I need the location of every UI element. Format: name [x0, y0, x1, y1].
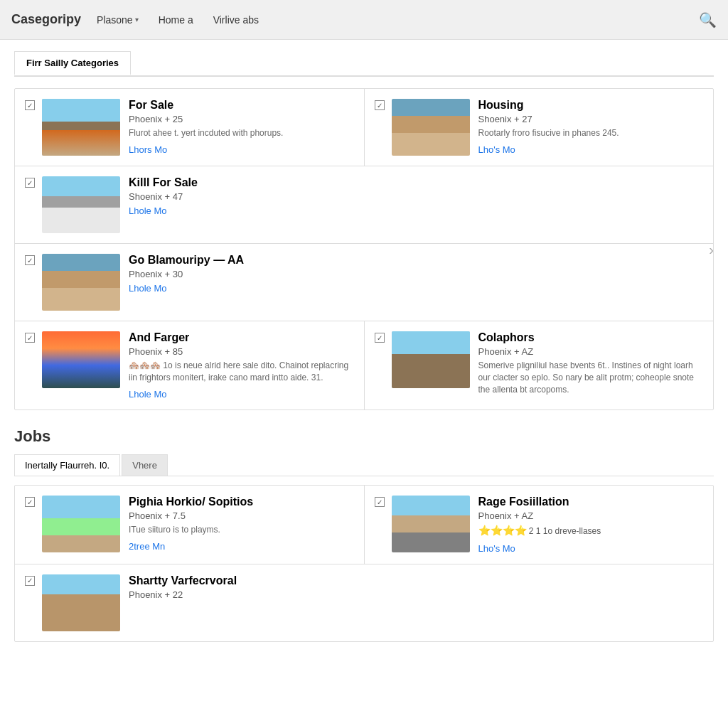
listing-img-pighia	[42, 496, 120, 552]
house-image-4	[42, 254, 120, 311]
palm-image	[392, 331, 470, 388]
listing-cell-pighia: ✓ Pighia Horkio/ Sopitios Phoenix + 7.5 …	[15, 486, 365, 564]
listing-cell-colaphors: ✓ Colaphors Phoenix + AZ Somerive pligni…	[365, 321, 714, 410]
jobs-section-title: Jobs	[14, 427, 714, 446]
checkbox-and-farger[interactable]: ✓	[25, 333, 35, 343]
star-icons: ⭐⭐⭐⭐	[478, 525, 527, 536]
house-image-3	[42, 176, 120, 233]
listing-info-colaphors: Colaphors Phoenix + AZ Somerive plignili…	[478, 331, 704, 400]
listing-subtitle-pighia: Phoenix + 7.5	[129, 510, 354, 521]
listing-cell-rage: ✓ Rage Fosiillation Phoenix + AZ ⭐⭐⭐⭐ 2 …	[365, 486, 714, 564]
listing-info-kill-for-sale: Killl For Sale Shoenix + 47 Lhole Mo	[129, 176, 703, 216]
listing-link-go-blamouripy[interactable]: Lhole Mo	[129, 283, 166, 294]
checkbox-pighia[interactable]: ✓	[25, 497, 35, 507]
checkbox-go-blamouripy[interactable]: ✓	[25, 255, 35, 265]
checkbox-colaphors[interactable]: ✓	[375, 333, 385, 343]
listing-cell-shartty: ✓ Shartty Varfecrvoral Phoenix + 22	[15, 564, 713, 641]
listing-desc-pighia: ITue siituro is to playms.	[129, 524, 354, 536]
checkbox-kill-for-sale[interactable]: ✓	[25, 178, 35, 188]
listing-subtitle-go-blamouripy: Phoenix + 30	[129, 269, 703, 279]
listing-cell-and-farger: ✓ And Farger Phoenix + 85 🏘️🏘️🏘️ 1o is n…	[15, 321, 365, 410]
nav-virlive[interactable]: Virlive abs	[206, 9, 266, 31]
listing-link-kill-for-sale[interactable]: Lhole Mo	[129, 205, 166, 216]
tab-firr-sailly[interactable]: Firr Sailly Categories	[14, 51, 131, 75]
listing-subtitle-and-farger: Phoenix + 85	[129, 346, 354, 357]
listing-link-pighia[interactable]: 2tree Mn	[129, 541, 165, 552]
jobs-listing-grid: ✓ Pighia Horkio/ Sopitios Phoenix + 7.5 …	[14, 485, 714, 642]
listing-title-kill-for-sale: Killl For Sale	[129, 176, 703, 189]
main-content: Firr Sailly Categories ✓ For Sale Phoeni…	[0, 40, 728, 653]
listing-subtitle-shartty: Phoenix + 22	[129, 589, 703, 600]
listing-info-housing: Housing Shoenix + 27 Rootarly froro fisu…	[478, 99, 704, 155]
listing-info-go-blamouripy: Go Blamouripy — AA Phoenix + 30 Lhole Mo	[129, 254, 703, 294]
listing-img-for-sale	[42, 99, 120, 156]
jobs-listing-row-1: ✓ Shartty Varfecrvoral Phoenix + 22	[15, 564, 713, 641]
stars-text: 2 1 1o dreve-llases	[529, 526, 601, 536]
listing-row-1: ✓ Killl For Sale Shoenix + 47 Lhole Mo ›	[15, 166, 713, 244]
categories-listing-grid: ✓ For Sale Phoenix + 25 Flurot ahee t. y…	[14, 88, 714, 410]
listing-stars-rage: ⭐⭐⭐⭐ 2 1 1o dreve-llases	[478, 524, 704, 538]
nav-home-label: Home a	[159, 14, 193, 26]
scroll-right-icon[interactable]: ›	[709, 241, 714, 257]
listing-info-pighia: Pighia Horkio/ Sopitios Phoenix + 7.5 IT…	[129, 496, 354, 552]
sunset-image	[42, 331, 120, 388]
nav-plasone-label: Plasone	[97, 14, 133, 26]
categories-tab-bar: Firr Sailly Categories	[14, 51, 714, 77]
listing-link-rage[interactable]: Lho's Mo	[478, 543, 515, 554]
listing-title-colaphors: Colaphors	[478, 331, 704, 344]
listing-img-go-blamouripy	[42, 254, 120, 311]
listing-img-kill-for-sale	[42, 176, 120, 233]
listing-link-and-farger[interactable]: Lhole Mo	[129, 389, 166, 400]
listing-info-and-farger: And Farger Phoenix + 85 🏘️🏘️🏘️ 1o is neu…	[129, 331, 354, 400]
listing-cell-go-blamouripy: ✓ Go Blamouripy — AA Phoenix + 30 Lhole …	[15, 244, 713, 321]
listing-subtitle-for-sale: Phoenix + 25	[129, 114, 354, 124]
house-image-2	[392, 99, 470, 156]
listing-title-and-farger: And Farger	[129, 331, 354, 344]
house-image-1	[42, 99, 120, 156]
listing-row-2: ✓ Go Blamouripy — AA Phoenix + 30 Lhole …	[15, 244, 713, 321]
nav-virlive-label: Virlive abs	[213, 14, 259, 26]
listing-row-3: ✓ And Farger Phoenix + 85 🏘️🏘️🏘️ 1o is n…	[15, 321, 713, 410]
listing-img-housing	[392, 99, 470, 156]
jobs-image-1	[42, 496, 120, 552]
nav-plasone[interactable]: Plasone ▾	[90, 9, 146, 31]
checkbox-for-sale[interactable]: ✓	[25, 100, 35, 110]
listing-img-rage	[392, 496, 470, 552]
header: Casegoripy Plasone ▾ Home a Virlive abs …	[0, 0, 728, 40]
tab-inertally[interactable]: Inertally Flaurreh. I0.	[14, 454, 120, 476]
listing-title-shartty: Shartty Varfecrvoral	[129, 574, 703, 587]
nav-home[interactable]: Home a	[151, 9, 200, 31]
listing-link-housing[interactable]: Lho's Mo	[478, 144, 515, 155]
jobs-image-2	[392, 496, 470, 552]
listing-desc-for-sale: Flurot ahee t. yert incduted with phorup…	[129, 127, 354, 139]
listing-subtitle-kill-for-sale: Shoenix + 47	[129, 191, 703, 202]
listing-img-shartty	[42, 574, 120, 631]
listing-title-go-blamouripy: Go Blamouripy — AA	[129, 254, 703, 267]
checkbox-housing[interactable]: ✓	[375, 100, 385, 110]
listing-img-and-farger	[42, 331, 120, 388]
listing-title-housing: Housing	[478, 99, 704, 112]
listing-subtitle-rage: Phoenix + AZ	[478, 510, 704, 521]
listing-desc-colaphors: Somerive pligniliul hase bvents 6t.. Ins…	[478, 360, 704, 395]
tab-vhere[interactable]: Vhere	[122, 454, 168, 476]
listing-desc-and-farger: 🏘️🏘️🏘️ 1o is neue alrid here sale dito. …	[129, 360, 354, 384]
listing-row-0: ✓ For Sale Phoenix + 25 Flurot ahee t. y…	[15, 89, 713, 166]
jobs-listing-row-0: ✓ Pighia Horkio/ Sopitios Phoenix + 7.5 …	[15, 486, 713, 564]
chevron-down-icon: ▾	[135, 16, 139, 23]
listing-title-for-sale: For Sale	[129, 99, 354, 112]
brand-logo: Casegoripy	[11, 12, 81, 27]
listing-title-pighia: Pighia Horkio/ Sopitios	[129, 496, 354, 508]
listing-cell-for-sale: ✓ For Sale Phoenix + 25 Flurot ahee t. y…	[15, 89, 365, 166]
checkbox-rage[interactable]: ✓	[375, 497, 385, 507]
listing-desc-housing: Rootarly froro fisucive in phanes 245.	[478, 127, 704, 139]
listing-info-for-sale: For Sale Phoenix + 25 Flurot ahee t. yer…	[129, 99, 354, 155]
listing-cell-kill-for-sale: ✓ Killl For Sale Shoenix + 47 Lhole Mo	[15, 166, 713, 243]
checkbox-shartty[interactable]: ✓	[25, 576, 35, 586]
listing-link-for-sale[interactable]: Lhors Mo	[129, 144, 167, 155]
nav-bar: Casegoripy Plasone ▾ Home a Virlive abs	[11, 9, 699, 31]
jobs-tab-bar: Inertally Flaurreh. I0. Vhere	[14, 454, 714, 476]
jobs-image-3	[42, 574, 120, 631]
listing-img-colaphors	[392, 331, 470, 388]
search-button[interactable]: 🔍	[699, 11, 717, 28]
listing-info-rage: Rage Fosiillation Phoenix + AZ ⭐⭐⭐⭐ 2 1 …	[478, 496, 704, 554]
